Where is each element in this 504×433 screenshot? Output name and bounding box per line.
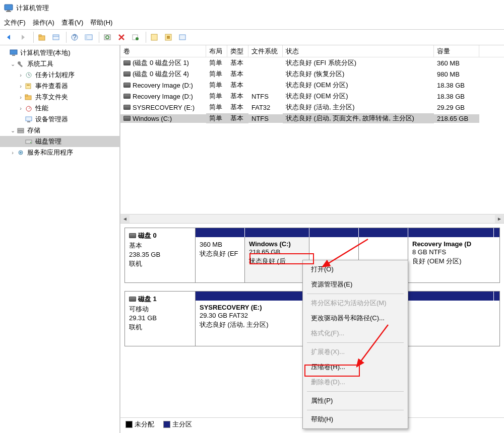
computer-icon	[9, 49, 18, 57]
col-type[interactable]: 类型	[227, 45, 248, 57]
tree-item[interactable]: ›事件查看器	[0, 81, 119, 92]
cell-text: NTFS	[251, 93, 269, 100]
tool3-button[interactable]	[176, 31, 188, 43]
col-capacity[interactable]: 容量	[434, 45, 479, 57]
properties-button[interactable]	[50, 31, 62, 43]
partition-cell[interactable]: 360 MB状态良好 (EF	[196, 237, 245, 282]
toolbar: ?	[0, 29, 504, 45]
disk-icon	[129, 233, 136, 238]
cell-capacity: 18.38 GB	[434, 81, 479, 90]
svg-rect-10	[85, 35, 87, 40]
tree-expander-icon[interactable]: ›	[17, 83, 24, 89]
wrench-icon	[16, 60, 25, 68]
col-layout[interactable]: 布局	[206, 45, 227, 57]
svg-rect-5	[53, 35, 59, 40]
cell-type: 基本	[227, 58, 248, 68]
cell-type: 基本	[227, 102, 248, 112]
cell-text: 简单	[209, 69, 222, 79]
context-menu-item[interactable]: 属性(P)	[304, 393, 407, 408]
cell-layout: 简单	[206, 113, 227, 123]
menu-help[interactable]: 帮助(H)	[90, 18, 112, 27]
svg-text:?: ?	[73, 33, 76, 41]
help-button[interactable]: ?	[69, 31, 81, 43]
cell-text: Windows (C:)	[133, 115, 172, 122]
partition-size: 218.65 GB	[249, 248, 305, 257]
tree-root[interactable]: 计算机管理(本地)	[0, 47, 119, 58]
disk-info: 磁盘 0基本238.35 GB联机	[125, 228, 196, 282]
cell-text: 状态良好 (启动, 页面文件, 故障转储, 主分区)	[286, 114, 414, 123]
cell-text: 简单	[209, 92, 222, 101]
scroll-left-icon[interactable]: ◄	[120, 215, 130, 223]
col-status[interactable]: 状态	[283, 45, 434, 57]
svg-rect-22	[19, 63, 23, 67]
settings-button[interactable]	[130, 31, 142, 43]
cell-type: 基本	[227, 80, 248, 90]
scroll-right-icon[interactable]: ►	[495, 215, 504, 223]
tree-item[interactable]: ⌄存储	[0, 125, 119, 136]
svg-rect-31	[18, 128, 24, 130]
cell-text: 状态良好 (EFI 系统分区)	[286, 58, 356, 67]
tool2-button[interactable]	[162, 31, 174, 43]
volume-row[interactable]: SYSRECOVERY (E:)简单基本FAT32状态良好 (活动, 主分区)2…	[120, 102, 504, 113]
partition-cell[interactable]: Recovery Image (D8 GB NTFS良好 (OEM 分区)	[408, 237, 494, 282]
tree-item[interactable]: ⌄系统工具	[0, 58, 119, 69]
tree-item[interactable]: ›共享文件夹	[0, 92, 119, 103]
tree-item[interactable]: 磁盘管理	[0, 136, 119, 147]
cell-capacity: 980 MB	[434, 70, 479, 79]
svg-rect-25	[27, 85, 30, 86]
col-volume[interactable]: 卷	[120, 45, 206, 57]
col-fs[interactable]: 文件系统	[248, 45, 283, 57]
tree-item[interactable]: 设备管理器	[0, 114, 119, 125]
horizontal-scrollbar[interactable]: ◄ ►	[120, 214, 504, 223]
svg-rect-0	[5, 5, 13, 10]
partition-title: Recovery Image (D	[412, 240, 490, 248]
tree-item[interactable]: ›服务和应用程序	[0, 147, 119, 158]
view-button[interactable]	[83, 31, 95, 43]
svg-rect-32	[18, 131, 24, 133]
volume-icon	[123, 105, 131, 110]
tree-expander-icon[interactable]: ⌄	[9, 61, 16, 67]
tree-expander-icon[interactable]: ⌄	[9, 127, 16, 134]
folder-share-icon	[24, 93, 33, 101]
device-icon	[24, 115, 33, 123]
volume-row[interactable]: Recovery Image (D:)简单基本NTFS状态良好 (OEM 分区)…	[120, 91, 504, 102]
tree-expander-icon[interactable]: ›	[17, 94, 24, 100]
volume-row[interactable]: (磁盘 0 磁盘分区 4)简单基本状态良好 (恢复分区)980 MB	[120, 68, 504, 80]
context-menu-item[interactable]: 帮助(H)	[304, 412, 407, 427]
partition-cell[interactable]: Windows (C:)218.65 GB状态良好 (后	[245, 237, 309, 282]
tree-item[interactable]: ›任务计划程序	[0, 69, 119, 81]
forward-button[interactable]	[17, 31, 29, 43]
refresh-button[interactable]	[101, 31, 113, 43]
cell-text: (磁盘 0 磁盘分区 4)	[133, 69, 189, 79]
tree-item[interactable]: ›性能	[0, 103, 119, 114]
delete-button[interactable]	[115, 31, 128, 43]
menu-action[interactable]: 操作(A)	[33, 18, 54, 27]
menu-view[interactable]: 查看(V)	[61, 18, 83, 27]
tool1-button[interactable]	[148, 31, 160, 43]
menu-file[interactable]: 文件(F)	[4, 18, 26, 27]
tree-expander-icon[interactable]: ›	[9, 150, 16, 156]
context-menu[interactable]: 打开(O)资源管理器(E)将分区标记为活动分区(M)更改驱动器号和路径(C)..…	[302, 260, 408, 429]
svg-point-36	[20, 152, 22, 154]
nav-tree[interactable]: 计算机管理(本地) ⌄系统工具›任务计划程序›事件查看器›共享文件夹›性能设备管…	[0, 45, 120, 433]
cell-text: 简单	[209, 58, 222, 67]
context-menu-item[interactable]: 打开(O)	[304, 262, 407, 277]
context-menu-item[interactable]: 压缩卷(H)...	[304, 359, 407, 375]
volume-list[interactable]: (磁盘 0 磁盘分区 1)简单基本状态良好 (EFI 系统分区)360 MB(磁…	[120, 57, 504, 224]
back-button[interactable]	[3, 31, 15, 43]
main-split: 计算机管理(本地) ⌄系统工具›任务计划程序›事件查看器›共享文件夹›性能设备管…	[0, 45, 504, 433]
tree-item-label: 共享文件夹	[35, 93, 68, 102]
cell-type: 基本	[227, 69, 248, 79]
volume-row[interactable]: Recovery Image (D:)简单基本状态良好 (OEM 分区)18.3…	[120, 80, 504, 91]
menu-separator	[307, 391, 404, 392]
up-button[interactable]	[36, 31, 48, 43]
tree-expander-icon[interactable]: ›	[17, 105, 24, 111]
volume-row[interactable]: (磁盘 0 磁盘分区 1)简单基本状态良好 (EFI 系统分区)360 MB	[120, 57, 504, 68]
tree-expander-icon[interactable]: ›	[17, 72, 24, 78]
context-menu-item[interactable]: 资源管理器(E)	[304, 277, 407, 292]
disk-size: 29.31 GB	[129, 314, 191, 323]
volume-list-header: 卷 布局 类型 文件系统 状态 容量	[120, 45, 504, 57]
tree-item-label: 服务和应用程序	[27, 148, 73, 157]
context-menu-item[interactable]: 更改驱动器号和路径(C)...	[304, 311, 407, 326]
volume-row[interactable]: Windows (C:)简单基本NTFS状态良好 (启动, 页面文件, 故障转储…	[120, 113, 504, 124]
